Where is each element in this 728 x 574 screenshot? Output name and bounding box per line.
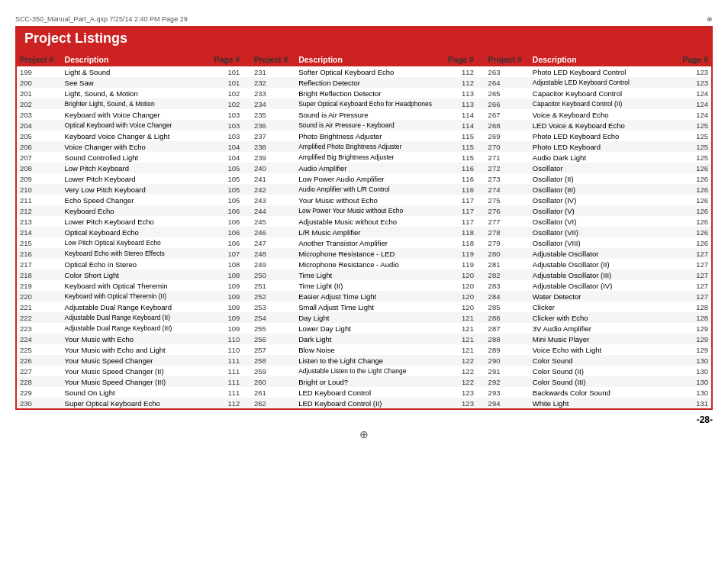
cell-num-2: 275 — [485, 195, 530, 205]
cell-page-1: 116 — [443, 184, 477, 195]
cell-page-2: 127 — [677, 291, 712, 302]
cell-num-0: 219 — [16, 280, 62, 291]
cell-num-0: 226 — [16, 355, 62, 366]
cell-page-0: 110 — [209, 334, 243, 344]
cell-num-1: 237 — [251, 131, 295, 141]
cell-desc-0: Your Music Speed Changer (III) — [62, 376, 210, 387]
cell-num-2: 281 — [485, 259, 530, 269]
cell-num-1: 244 — [251, 205, 295, 216]
cell-desc-2: Capacitor Keyboard Control (II) — [530, 98, 678, 109]
table-row: 203Keyboard with Voice Changer103235Soun… — [16, 109, 712, 120]
cell-page-0: 109 — [209, 302, 243, 312]
cell-desc-2: Clicker with Echo — [530, 312, 678, 323]
cell-page-0: 112 — [209, 398, 243, 409]
table-row: 227Your Music Speed Changer (II)111259Ad… — [16, 366, 712, 376]
cell-page-2: 123 — [677, 77, 712, 88]
cell-desc-1: Reflection Detector — [295, 77, 443, 88]
table-row: 201Light, Sound, & Motion102233Bright Re… — [16, 88, 712, 98]
cell-page-0: 110 — [209, 344, 243, 355]
cell-page-0: 103 — [209, 131, 243, 141]
cell-desc-1: Your Music without Echo — [295, 195, 443, 205]
cell-page-0: 109 — [209, 323, 243, 334]
cell-num-1: 232 — [251, 77, 295, 88]
cell-num-0: 209 — [16, 173, 62, 184]
cell-desc-2: Oscillator (II) — [530, 173, 678, 184]
col-header-desc2: Description — [295, 52, 443, 66]
cell-page-1: 122 — [443, 376, 477, 387]
cell-desc-1: Photo Brightness Adjuster — [295, 131, 443, 141]
cell-page-0: 105 — [209, 184, 243, 195]
cell-desc-2: Voice Echo with Light — [530, 344, 678, 355]
cell-page-1: 120 — [443, 269, 477, 280]
cell-num-1: 255 — [251, 323, 295, 334]
cell-page-0: 102 — [209, 88, 243, 98]
cell-num-0: 222 — [16, 312, 62, 323]
cell-desc-0: Light, Sound, & Motion — [62, 88, 210, 98]
cell-page-0: 111 — [209, 355, 243, 366]
cell-num-2: 278 — [485, 227, 530, 237]
col-header-proj2: Project # — [251, 52, 295, 66]
cell-num-1: 243 — [251, 195, 295, 205]
section-title: Project Listings — [15, 26, 713, 51]
col-header-page2: Page # — [443, 52, 477, 66]
table-row: 215Low Pitch Optical Keyboard Echo106247… — [16, 237, 712, 248]
cell-desc-0: Light & Sound — [62, 66, 210, 77]
cell-page-2: 127 — [677, 259, 712, 269]
cell-desc-2: Oscillator (V) — [530, 205, 678, 216]
cell-desc-0: Super Optical Keyboard Echo — [62, 398, 210, 409]
cell-desc-1: Bright or Loud? — [295, 376, 443, 387]
cell-num-1: 259 — [251, 366, 295, 376]
table-row: 229Sound On Light111261LED Keyboard Cont… — [16, 387, 712, 398]
cell-page-2: 131 — [677, 398, 712, 409]
cell-num-1: 261 — [251, 387, 295, 398]
cell-page-2: 127 — [677, 269, 712, 280]
cell-page-2: 128 — [677, 312, 712, 323]
cell-num-2: 292 — [485, 376, 530, 387]
cell-num-2: 272 — [485, 163, 530, 173]
cell-page-2: 126 — [677, 227, 712, 237]
cell-page-0: 101 — [209, 77, 243, 88]
cell-num-2: 285 — [485, 302, 530, 312]
cell-num-1: 240 — [251, 163, 295, 173]
cell-num-2: 276 — [485, 205, 530, 216]
cell-num-1: 251 — [251, 280, 295, 291]
cell-desc-0: Adjustable Dual Range Keyboard (II) — [62, 312, 210, 323]
cell-desc-2: Voice & Keyboard Echo — [530, 109, 678, 120]
cell-num-1: 256 — [251, 334, 295, 344]
cell-desc-0: Keyboard with Optical Theremin (II) — [62, 291, 210, 302]
cell-desc-1: Adjustable Listen to the Light Change — [295, 366, 443, 376]
cell-desc-2: Color Sound — [530, 355, 678, 366]
cell-desc-2: Capacitor Keyboard Control — [530, 88, 678, 98]
cell-desc-0: Adjustable Dual Range Keyboard — [62, 302, 210, 312]
cell-page-0: 106 — [209, 227, 243, 237]
cell-desc-1: Softer Optical Keyboard Echo — [295, 66, 443, 77]
cell-desc-0: Very Low Pitch Keyboard — [62, 184, 210, 195]
table-row: 222Adjustable Dual Range Keyboard (II)10… — [16, 312, 712, 323]
table-row: 199Light & Sound101231Softer Optical Key… — [16, 66, 712, 77]
cell-num-2: 283 — [485, 280, 530, 291]
cell-page-2: 129 — [677, 323, 712, 334]
cell-page-1: 112 — [443, 66, 477, 77]
cell-desc-0: Low Pitch Optical Keyboard Echo — [62, 237, 210, 248]
cell-page-1: 120 — [443, 302, 477, 312]
cell-page-0: 103 — [209, 109, 243, 120]
table-row: 200See Saw101232Reflection Detector11226… — [16, 77, 712, 88]
cell-page-0: 105 — [209, 163, 243, 173]
cell-page-0: 108 — [209, 259, 243, 269]
table-row: 212Keyboard Echo106244Low Power Your Mus… — [16, 205, 712, 216]
cell-desc-1: LED Keyboard Control — [295, 387, 443, 398]
cell-desc-0: Your Music with Echo and Light — [62, 344, 210, 355]
cell-page-2: 126 — [677, 173, 712, 184]
cell-num-0: 223 — [16, 323, 62, 334]
cell-page-1: 117 — [443, 205, 477, 216]
table-row: 226Your Music Speed Changer111258Listen … — [16, 355, 712, 366]
cell-num-0: 203 — [16, 109, 62, 120]
bottom-crosshair: ⊕ — [15, 428, 713, 440]
cell-page-0: 103 — [209, 120, 243, 131]
cell-page-2: 123 — [677, 66, 712, 77]
cell-num-2: 287 — [485, 323, 530, 334]
cell-desc-0: Low Pitch Keyboard — [62, 163, 210, 173]
cell-desc-1: Time Light (II) — [295, 280, 443, 291]
cell-desc-1: Low Power Your Music without Echo — [295, 205, 443, 216]
cell-page-1: 121 — [443, 334, 477, 344]
